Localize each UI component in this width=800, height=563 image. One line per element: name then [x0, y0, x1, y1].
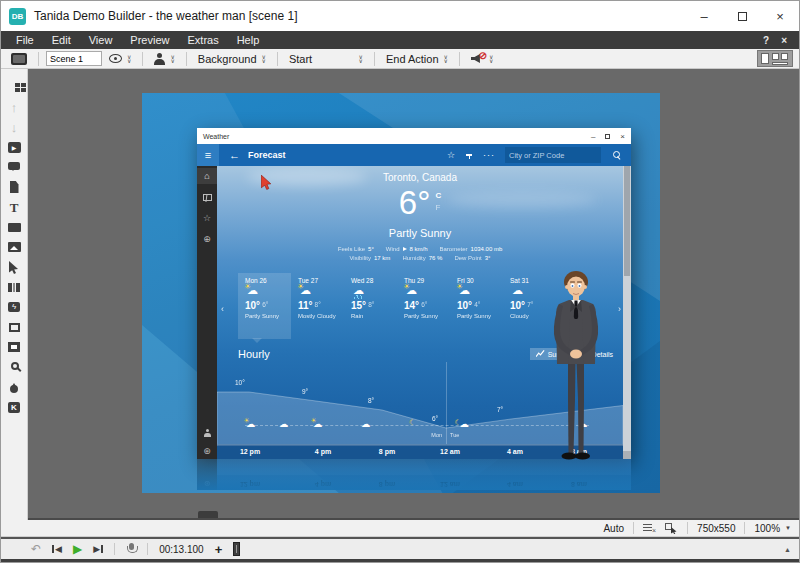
- document-icon[interactable]: [1, 177, 28, 197]
- microphone-icon[interactable]: [126, 543, 136, 556]
- weather-scrollbar[interactable]: [623, 166, 631, 459]
- cloudy-icon: ☁: [359, 420, 373, 431]
- play-icon[interactable]: ▶: [1, 137, 28, 157]
- back-arrow-icon[interactable]: ←: [229, 149, 240, 161]
- help-icon[interactable]: ?: [763, 35, 769, 46]
- day-card[interactable]: Wed 28 ☁ 15°8° Rain: [344, 273, 397, 339]
- day-card[interactable]: Mon 26 ☀☁ 10°6° Partly Sunny: [238, 273, 291, 339]
- minimize-icon[interactable]: –: [685, 1, 723, 31]
- chevron-down-icon: ∨∨: [262, 55, 266, 63]
- cursor-select-icon[interactable]: [665, 523, 678, 534]
- person-icon: [154, 53, 165, 65]
- frame-icon[interactable]: [1, 317, 28, 337]
- auto-button[interactable]: Auto: [603, 523, 624, 534]
- keyframe-icon[interactable]: K: [1, 397, 28, 417]
- start-dropdown[interactable]: Start ∨∨: [285, 50, 367, 67]
- notes-clear-icon[interactable]: ×: [643, 524, 656, 532]
- day-card[interactable]: Thu 29 ☀☁ 14°6° Partly Sunny: [397, 273, 450, 339]
- transition-icon[interactable]: [1, 277, 28, 297]
- text-tool-icon[interactable]: T: [1, 197, 28, 217]
- close-icon[interactable]: ×: [761, 1, 799, 31]
- presenter-character[interactable]: [545, 269, 607, 467]
- star-icon[interactable]: ☆: [447, 150, 455, 160]
- undo-icon[interactable]: ↶: [31, 543, 41, 555]
- divider-day-label: Mon: [420, 432, 442, 438]
- cursor-tool-icon[interactable]: [1, 257, 28, 277]
- menu-edit[interactable]: Edit: [43, 31, 80, 49]
- feedback-person-icon[interactable]: [204, 429, 211, 437]
- places-icon[interactable]: ☆: [197, 210, 217, 226]
- visibility-dropdown[interactable]: ∨∨: [105, 50, 135, 67]
- partly-sunny-icon: ☀☁: [311, 420, 325, 431]
- skip-end-icon[interactable]: ▶: [93, 545, 103, 554]
- menu-preview[interactable]: Preview: [121, 31, 178, 49]
- play-button[interactable]: ▶: [73, 543, 82, 555]
- playback-bar: ↶ ◀ ▶ ▶ 00:13.100 + ▲: [1, 537, 799, 559]
- home-icon[interactable]: ⌂: [197, 168, 217, 184]
- maximize-icon[interactable]: [723, 1, 761, 31]
- scenes-grid-icon[interactable]: [1, 77, 28, 97]
- day-card[interactable]: Tue 27 ☀☁ 11°8° Mostly Cloudy: [291, 273, 344, 339]
- bottom-strip: [1, 559, 799, 563]
- app-logo-icon: DB: [9, 8, 26, 25]
- weather-minimize-icon[interactable]: –: [591, 132, 595, 141]
- search-input[interactable]: [505, 147, 601, 163]
- droplet-icon[interactable]: [1, 377, 28, 397]
- expand-panel-icon[interactable]: ▲: [784, 546, 791, 553]
- skip-start-icon[interactable]: ◀: [52, 545, 62, 554]
- menu-help[interactable]: Help: [228, 31, 269, 49]
- menu-file[interactable]: File: [7, 31, 43, 49]
- maps-icon[interactable]: [197, 189, 217, 205]
- slider-handle[interactable]: [233, 542, 240, 556]
- divider-day-label: Tue: [450, 432, 459, 438]
- daily-forecast-strip: Mon 26 ☀☁ 10°6° Partly Sunny Tue 27 ☀☁ 1…: [238, 273, 556, 339]
- magnifier-icon[interactable]: [1, 357, 28, 377]
- scrollbar-thumb[interactable]: [624, 166, 630, 276]
- splitter-handle[interactable]: [198, 511, 218, 518]
- callout-icon[interactable]: [1, 157, 28, 177]
- display-button[interactable]: [7, 50, 31, 67]
- canvas-size-value[interactable]: 750x550: [697, 523, 735, 534]
- film-icon[interactable]: [1, 337, 28, 357]
- unit-fahrenheit[interactable]: F: [435, 203, 441, 212]
- daily-next-icon[interactable]: ›: [618, 304, 621, 314]
- presenter-dropdown[interactable]: ∨∨: [150, 50, 178, 67]
- hamburger-icon[interactable]: ≡: [197, 144, 219, 166]
- settings-gear-icon[interactable]: ⊛: [203, 446, 211, 456]
- move-down-icon[interactable]: ↓: [1, 117, 28, 137]
- weather-maximize-icon[interactable]: [605, 134, 610, 139]
- day-card[interactable]: Fri 30 ☀☁ 10°4° Partly Sunny: [450, 273, 503, 339]
- current-temp: 6°: [399, 186, 431, 219]
- zoom-dropdown[interactable]: 100% ▼: [754, 523, 791, 534]
- background-dropdown[interactable]: Background ∨∨: [194, 50, 270, 67]
- scene-canvas[interactable]: Weather – × ≡ ← Forecast ☆: [142, 93, 660, 493]
- move-up-icon[interactable]: ↑: [1, 97, 28, 117]
- scrollbar-down-button[interactable]: [623, 451, 631, 459]
- moon-cloudy-icon: ☾☁: [456, 420, 470, 431]
- add-time-button[interactable]: +: [215, 543, 223, 556]
- chart-point-label: 7°: [497, 406, 503, 413]
- weather-nav-rail: ⌂ ☆ ⊕ ⊛: [197, 166, 217, 459]
- panel-layout-button[interactable]: [757, 50, 793, 67]
- titlebar: DB Tanida Demo Builder - the weather man…: [1, 1, 799, 31]
- action-icon[interactable]: ϟ: [1, 297, 28, 317]
- menu-view[interactable]: View: [80, 31, 122, 49]
- menubar-close-icon[interactable]: ×: [781, 35, 787, 46]
- news-icon[interactable]: ⊕: [197, 231, 217, 247]
- audio-mute-dropdown[interactable]: ⊘ ∨∨: [467, 50, 497, 67]
- weather-close-icon[interactable]: ×: [620, 132, 625, 141]
- ellipsis-icon[interactable]: ···: [483, 150, 495, 160]
- menu-extras[interactable]: Extras: [178, 31, 227, 49]
- wind-direction-icon: [403, 247, 407, 251]
- daily-prev-icon[interactable]: ‹: [221, 304, 224, 314]
- unit-celsius[interactable]: C: [435, 191, 441, 200]
- mute-speaker-icon: ⊘: [471, 53, 484, 64]
- statusbar: Auto × 750x550 100% ▼: [1, 520, 799, 537]
- pin-icon[interactable]: [465, 151, 473, 159]
- image-icon[interactable]: [1, 237, 28, 257]
- search-magnifier-icon[interactable]: [613, 151, 621, 159]
- scene-name-input[interactable]: [46, 51, 102, 66]
- end-action-dropdown[interactable]: End Action ∨∨: [382, 50, 452, 67]
- timecode-label: 00:13.100: [159, 544, 204, 555]
- shape-icon[interactable]: [1, 217, 28, 237]
